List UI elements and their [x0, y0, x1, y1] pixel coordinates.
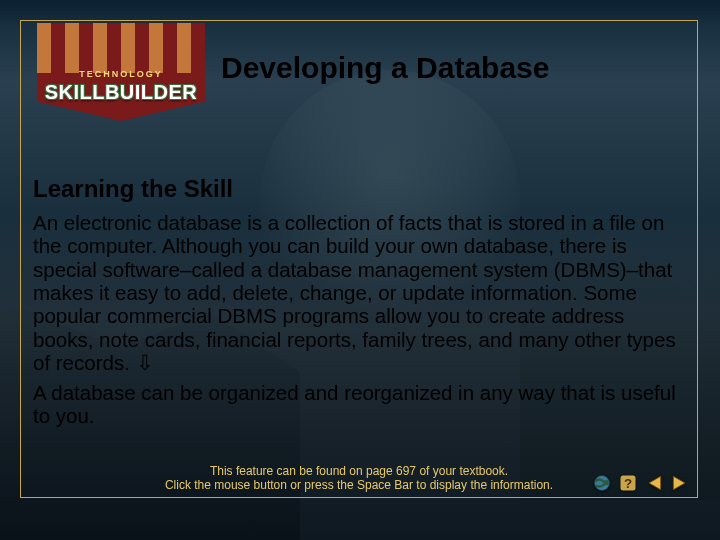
paragraph-1: An electronic database is a collection o…	[33, 211, 685, 375]
help-button[interactable]: ?	[617, 473, 639, 493]
globe-button[interactable]	[591, 473, 613, 493]
prev-icon	[643, 473, 665, 493]
page-title: Developing a Database	[221, 51, 681, 85]
slide-frame: TECHNOLOGY SKILLBUILDER Developing a Dat…	[20, 20, 698, 498]
next-button[interactable]	[669, 473, 691, 493]
nav-controls: ?	[591, 473, 691, 493]
prev-button[interactable]	[643, 473, 665, 493]
logo-stripes	[37, 23, 205, 73]
next-icon	[669, 473, 691, 493]
skillbuilder-logo: TECHNOLOGY SKILLBUILDER	[37, 23, 205, 147]
globe-icon	[591, 473, 613, 493]
paragraph-2: A database can be organized and reorgani…	[33, 381, 685, 428]
logo-eyebrow: TECHNOLOGY	[37, 69, 205, 79]
section-heading: Learning the Skill	[33, 175, 233, 203]
svg-text:?: ?	[624, 476, 632, 491]
body-text: An electronic database is a collection o…	[33, 211, 685, 427]
help-icon: ?	[617, 473, 639, 493]
logo-title: SKILLBUILDER	[31, 81, 211, 104]
